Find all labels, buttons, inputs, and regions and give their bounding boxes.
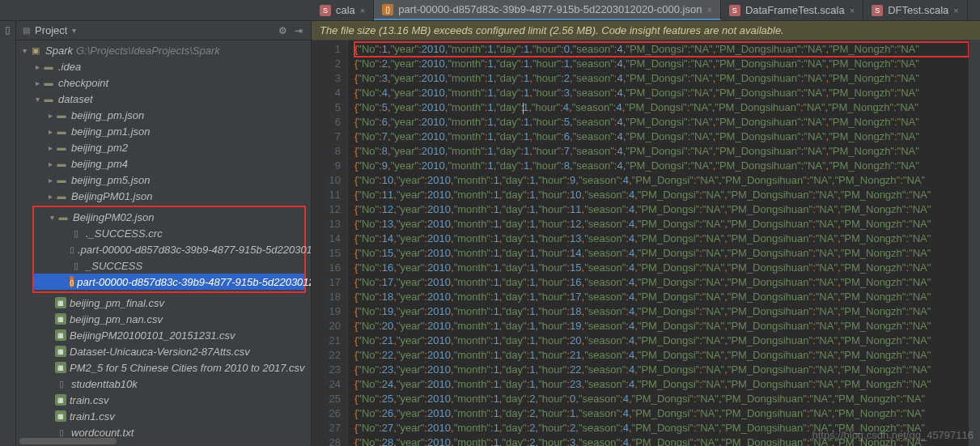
tab-dataframetest[interactable]: S DataFrameTest.scala ×	[721, 0, 863, 20]
code-line[interactable]: {"No":18,"year":2010,"month":1,"day":1,"…	[354, 290, 969, 304]
project-panel: ▤ Project ▾ ⚙ ⇥ ▾ ▣ Spark G:\Projects\Id…	[16, 21, 312, 446]
highlighted-folder: ▾▬BeijingPM02.json ▯._SUCCESS.crc ▯.part…	[32, 206, 306, 293]
tree-item-idea[interactable]: ▸▬.idea	[16, 58, 311, 74]
code-line[interactable]: {"No":28,"year":2010,"month":1,"day":2,"…	[354, 435, 969, 446]
code-line[interactable]: {"No":25,"year":2010,"month":1,"day":2,"…	[354, 392, 969, 406]
code-line[interactable]: {"No":8,"year":2010,"month":1,"day":1,"h…	[354, 144, 969, 159]
close-icon[interactable]: ×	[953, 6, 958, 15]
project-tree[interactable]: ▾ ▣ Spark G:\Projects\IdeaProjects\Spark…	[16, 40, 311, 436]
tree-item[interactable]: ▦beijing_pm_final.csv	[16, 295, 311, 311]
tab-part-json[interactable]: {} part-00000-d857d83c-39b9-4877-915b-5d…	[374, 0, 721, 20]
code-line[interactable]: {"No":21,"year":2010,"month":1,"day":1,"…	[354, 333, 969, 348]
code-line[interactable]: {"No":20,"year":2010,"month":1,"day":1,"…	[354, 319, 969, 333]
tab-label: DFTest.scala	[888, 4, 948, 16]
hide-icon[interactable]: ⇥	[293, 25, 304, 36]
code-line[interactable]: {"No":4,"year":2010,"month":1,"day":1,"h…	[354, 86, 969, 100]
scala-file-icon: S	[872, 5, 883, 16]
code-line[interactable]: {"No":7,"year":2010,"month":1,"day":1,"h…	[354, 130, 969, 144]
tree-label: Spark	[45, 45, 73, 57]
project-view-selector[interactable]: ▤	[23, 26, 30, 35]
tree-item[interactable]: ▯_SUCCESS	[34, 257, 304, 274]
project-tool-button[interactable]: ▯	[2, 24, 14, 36]
tree-item[interactable]: ▦train1.csv	[16, 408, 311, 424]
code-line[interactable]: {"No":19,"year":2010,"month":1,"day":1,"…	[354, 304, 969, 319]
close-icon[interactable]: ×	[850, 6, 855, 15]
code-line[interactable]: {"No":2,"year":2010,"month":1,"day":1,"h…	[354, 57, 969, 71]
csv-file-icon: ▦	[55, 410, 66, 422]
scala-file-icon: S	[320, 5, 331, 16]
module-icon: ▣	[29, 44, 42, 57]
code-line[interactable]: {"No":9,"year":2010,"month":1,"day":1,"h…	[354, 159, 969, 173]
tree-item-dataset[interactable]: ▾▬dataset	[16, 91, 311, 107]
tree-item-checkpoint[interactable]: ▸▬checkpoint	[16, 74, 311, 91]
chevron-right-icon: ▸	[45, 111, 55, 120]
code-line[interactable]: {"No":1,"year":2010,"month":1,"day":1,"h…	[354, 42, 969, 57]
editor-tabs-bar: S cala × {} part-00000-d857d83c-39b9-487…	[0, 0, 980, 21]
scrollbar-thumb[interactable]	[19, 438, 117, 444]
tree-item[interactable]: ▯.part-00000-d857d83c-39b9-4877-915b-5d2…	[34, 241, 304, 257]
code-line[interactable]: {"No":13,"year":2010,"month":1,"day":1,"…	[354, 217, 969, 231]
code-line[interactable]: {"No":22,"year":2010,"month":1,"day":1,"…	[354, 348, 969, 363]
tree-item[interactable]: ▸▬beijing_pm5.json	[16, 172, 311, 188]
chevron-right-icon: ▸	[45, 127, 55, 136]
gear-icon[interactable]: ⚙	[277, 25, 288, 36]
code-line[interactable]: {"No":23,"year":2010,"month":1,"day":1,"…	[354, 363, 969, 377]
tree-item[interactable]: ▦BeijingPM20100101_20151231.csv	[16, 327, 311, 343]
code-line[interactable]: {"No":3,"year":2010,"month":1,"day":1,"h…	[354, 71, 969, 86]
tree-item[interactable]: ▯._SUCCESS.crc	[34, 225, 304, 241]
editor-area: The file size (13.16 MB) exceeds configu…	[312, 21, 980, 446]
code-line[interactable]: {"No":27,"year":2010,"month":1,"day":2,"…	[354, 421, 969, 435]
tree-item[interactable]: ▸▬beijing_pm.json	[16, 107, 311, 123]
file-icon: ▯	[70, 227, 83, 240]
chevron-right-icon: ▸	[45, 192, 55, 201]
chevron-right-icon: ▸	[45, 176, 55, 185]
tree-item[interactable]: ▸▬beijing_pm2	[16, 139, 311, 155]
code-line[interactable]: {"No":26,"year":2010,"month":1,"day":2,"…	[354, 406, 969, 421]
tree-item-beijingpm02[interactable]: ▾▬BeijingPM02.json	[34, 209, 304, 225]
code-content[interactable]: {"No":1,"year":2010,"month":1,"day":1,"h…	[348, 40, 969, 446]
tab-dftest[interactable]: S DFTest.scala ×	[863, 0, 968, 20]
tree-item[interactable]: ▸▬BeijingPM01.json	[16, 188, 311, 204]
tree-item[interactable]: ▯studenttab10k	[16, 376, 311, 392]
folder-icon: ▬	[55, 173, 68, 186]
code-line[interactable]: {"No":10,"year":2010,"month":1,"day":1,"…	[354, 173, 969, 188]
code-line[interactable]: {"No":11,"year":2010,"month":1,"day":1,"…	[354, 188, 969, 202]
folder-icon: ▬	[42, 60, 55, 73]
chevron-down-icon: ▾	[19, 46, 29, 55]
close-icon[interactable]: ×	[706, 5, 711, 15]
code-line[interactable]: {"No":24,"year":2010,"month":1,"day":1,"…	[354, 377, 969, 392]
tab-label: DataFrameTest.scala	[745, 4, 845, 16]
json-file-icon: {}	[70, 276, 74, 287]
tree-item[interactable]: ▯wordcount.txt	[16, 424, 311, 436]
chevron-right-icon: ▸	[32, 62, 42, 71]
close-icon[interactable]: ×	[360, 6, 365, 15]
chevron-down-icon[interactable]: ▾	[72, 26, 76, 35]
file-size-warning: The file size (13.16 MB) exceeds configu…	[312, 21, 980, 40]
tree-root[interactable]: ▾ ▣ Spark G:\Projects\IdeaProjects\Spark	[16, 42, 311, 58]
line-number-gutter: 1234567891011121314151617181920212223242…	[312, 40, 348, 446]
tab-label: part-00000-d857d83c-39b9-4877-915b-5d220…	[398, 3, 702, 15]
code-line[interactable]: {"No":15,"year":2010,"month":1,"day":1,"…	[354, 246, 969, 261]
code-line[interactable]: {"No":16,"year":2010,"month":1,"day":1,"…	[354, 261, 969, 275]
project-horizontal-scrollbar[interactable]	[16, 436, 311, 446]
code-line[interactable]: {"No":6,"year":2010,"month":1,"day":1,"h…	[354, 115, 969, 130]
tab-cala[interactable]: S cala ×	[312, 0, 374, 20]
tree-item[interactable]: ▸▬beijing_pm4	[16, 155, 311, 172]
code-line[interactable]: {"No":17,"year":2010,"month":1,"day":1,"…	[354, 275, 969, 290]
folder-icon: ▬	[42, 92, 55, 105]
folder-icon: ▬	[55, 108, 68, 121]
tree-item[interactable]: ▦Dataset-Unicauca-Version2-87Atts.csv	[16, 343, 311, 359]
code-line[interactable]: {"No":14,"year":2010,"month":1,"day":1,"…	[354, 231, 969, 246]
folder-icon: ▬	[42, 76, 55, 89]
tree-item[interactable]: ▦beijing_pm_nan.csv	[16, 311, 311, 327]
folder-icon: ▬	[55, 125, 68, 138]
tree-item-part-selected[interactable]: {}part-00000-d857d83c-39b9-4877-915b-5d2…	[34, 274, 304, 290]
chevron-down-icon: ▾	[32, 95, 42, 104]
chevron-right-icon: ▸	[45, 159, 55, 168]
tree-item[interactable]: ▸▬beijing_pm1.json	[16, 123, 311, 139]
tree-item[interactable]: ▦PM2_5 for 5 Chinese Cities from 2010 to…	[16, 359, 311, 376]
code-line[interactable]: {"No":5,"year":2010,"month":1,"day":1,"h…	[354, 100, 969, 115]
code-line[interactable]: {"No":12,"year":2010,"month":1,"day":1,"…	[354, 202, 969, 217]
project-header-title: Project	[35, 24, 67, 36]
tree-item[interactable]: ▦train.csv	[16, 392, 311, 408]
